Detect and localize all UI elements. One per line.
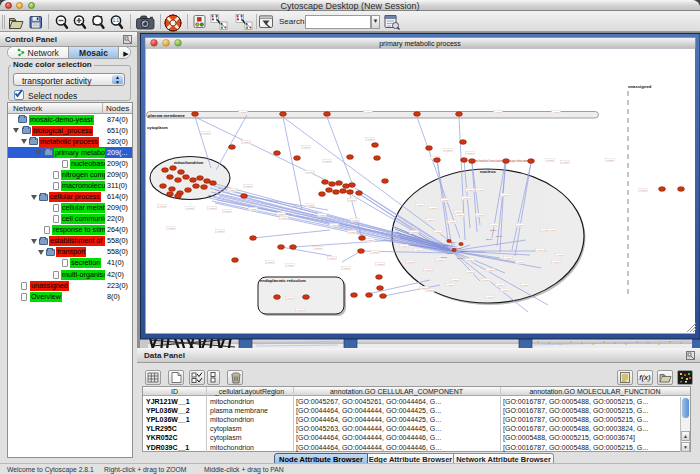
svg-text:Yxx00x: Yxx00x: [296, 309, 304, 311]
svg-text:Yxx00x: Yxx00x: [482, 279, 490, 281]
svg-text:mitochondrial-translation mito: mitochondrial-translation mito-large-rib…: [472, 159, 529, 163]
svg-text:Yxx00x: Yxx00x: [414, 249, 422, 251]
svg-text:Yxx00x: Yxx00x: [342, 267, 350, 269]
svg-text:Yxx00x: Yxx00x: [548, 229, 556, 231]
svg-text:Yxx00x: Yxx00x: [306, 171, 314, 173]
svg-text:Yxx00x: Yxx00x: [371, 251, 379, 253]
svg-text:Yxx00x: Yxx00x: [429, 207, 437, 209]
svg-text:Yxx00x: Yxx00x: [454, 211, 462, 213]
svg-text:Yxx00x: Yxx00x: [444, 149, 452, 151]
svg-text:Rpl0x: Rpl0x: [461, 250, 468, 253]
svg-text:Yxx00x: Yxx00x: [208, 207, 216, 209]
svg-text:Yxx00x: Yxx00x: [286, 297, 294, 299]
svg-text:Yxx00x: Yxx00x: [280, 217, 288, 219]
svg-text:Rpl0x: Rpl0x: [441, 256, 448, 259]
svg-text:nucleus: nucleus: [480, 169, 496, 174]
svg-text:Yxx00x: Yxx00x: [486, 269, 494, 271]
svg-text:Yxx00x: Yxx00x: [376, 263, 384, 265]
svg-text:Yxx00x: Yxx00x: [216, 230, 224, 232]
svg-text:Yxx00x: Yxx00x: [552, 261, 560, 263]
svg-text:Yxx00x: Yxx00x: [186, 207, 194, 209]
svg-text:Yxx00x: Yxx00x: [466, 189, 474, 191]
svg-text:Yxx00x: Yxx00x: [366, 239, 374, 241]
svg-text:Yxx00x: Yxx00x: [228, 189, 236, 191]
svg-text:Yxx00x: Yxx00x: [244, 185, 252, 187]
svg-text:Yxx00x: Yxx00x: [167, 227, 175, 229]
svg-text:Yxx00x: Yxx00x: [466, 152, 474, 154]
svg-text:Yxx00x: Yxx00x: [328, 257, 336, 259]
svg-text:Yxx00x: Yxx00x: [351, 219, 359, 221]
svg-text:Yxx00x: Yxx00x: [323, 160, 331, 162]
svg-text:Yxx00x: Yxx00x: [330, 224, 338, 226]
svg-text:Yxx00x: Yxx00x: [348, 199, 356, 201]
svg-text:Yxx00x: Yxx00x: [434, 231, 442, 233]
svg-text:Yxx00x: Yxx00x: [446, 284, 454, 286]
svg-text:primary metabolic process: primary metabolic process: [379, 40, 461, 48]
svg-text:Yxx00x: Yxx00x: [501, 194, 509, 196]
svg-text:Yxx00x: Yxx00x: [504, 257, 512, 259]
svg-text:Yxx00x: Yxx00x: [490, 224, 498, 226]
svg-text:Yxx00x: Yxx00x: [441, 199, 449, 201]
svg-text:1:1: 1:1: [113, 18, 120, 23]
svg-text:Yxx00x: Yxx00x: [462, 197, 470, 199]
svg-text:Yxx00x: Yxx00x: [242, 141, 250, 143]
svg-text:cytoplasm: cytoplasm: [147, 125, 168, 130]
svg-text:Rpl0x: Rpl0x: [447, 252, 454, 255]
svg-text:Yxx00x: Yxx00x: [448, 221, 456, 223]
svg-text:Yxx00x: Yxx00x: [426, 219, 434, 221]
svg-text:Yxx00x: Yxx00x: [552, 111, 560, 113]
svg-text:Yxx00x: Yxx00x: [202, 132, 210, 134]
svg-text:Yxx00x: Yxx00x: [476, 214, 484, 216]
svg-text:Rpl0x: Rpl0x: [443, 244, 450, 247]
svg-text:Yxx00x: Yxx00x: [606, 159, 614, 161]
svg-text:Yxx00x: Yxx00x: [410, 231, 418, 233]
svg-text:Rpl0x: Rpl0x: [486, 238, 493, 241]
svg-text:Yxx00x: Yxx00x: [451, 279, 459, 281]
svg-text:Yxx00x: Yxx00x: [302, 146, 310, 148]
svg-text:Yxx00x: Yxx00x: [424, 269, 432, 271]
svg-text:Rpl0x: Rpl0x: [490, 229, 497, 232]
svg-text:Yxx00x: Yxx00x: [420, 287, 428, 289]
svg-text:Yxx00x: Yxx00x: [494, 111, 502, 113]
svg-text:Yxx00x: Yxx00x: [239, 111, 247, 113]
svg-text:Yxx00x: Yxx00x: [364, 111, 372, 113]
svg-text:Yxx00x: Yxx00x: [249, 208, 257, 210]
svg-text:Yxx00x: Yxx00x: [561, 161, 569, 163]
svg-text:Yxx00x: Yxx00x: [546, 159, 554, 161]
svg-text:Yxx00x: Yxx00x: [366, 138, 374, 140]
svg-text:Yxx00x: Yxx00x: [501, 289, 509, 291]
svg-text:Yxx00x: Yxx00x: [318, 214, 326, 216]
svg-text:Yxx00x: Yxx00x: [466, 271, 474, 273]
svg-text:Yxx00x: Yxx00x: [456, 214, 464, 216]
svg-text:Yxx00x: Yxx00x: [476, 189, 484, 191]
svg-text:Yxx00x: Yxx00x: [348, 231, 356, 233]
svg-text:unassigned: unassigned: [628, 84, 652, 89]
svg-text:Yxx00x: Yxx00x: [486, 296, 494, 298]
svg-text:Yxx00x: Yxx00x: [516, 261, 524, 263]
svg-text:Yxx00x: Yxx00x: [158, 205, 166, 207]
svg-text:Yxx00x: Yxx00x: [406, 261, 414, 263]
svg-text:Yxx00x: Yxx00x: [521, 284, 529, 286]
svg-text:Yxx00x: Yxx00x: [400, 245, 408, 247]
svg-text:Yxx00x: Yxx00x: [277, 213, 285, 215]
svg-text:Yxx00x: Yxx00x: [306, 204, 314, 206]
svg-text:Rpl0x: Rpl0x: [457, 257, 464, 260]
svg-text:Yxx00x: Yxx00x: [436, 259, 444, 261]
svg-text:Yxx00x: Yxx00x: [314, 247, 322, 249]
svg-text:Yxx00x: Yxx00x: [266, 261, 274, 263]
svg-text:Yxx00x: Yxx00x: [286, 264, 294, 266]
svg-text:plasma membrane: plasma membrane: [148, 113, 185, 118]
svg-text:Yxx00x: Yxx00x: [496, 284, 504, 286]
svg-text:Yxx00x: Yxx00x: [416, 204, 424, 206]
svg-text:Yxx00x: Yxx00x: [223, 210, 231, 212]
svg-text:endoplasmic reticulum: endoplasmic reticulum: [260, 278, 306, 283]
svg-text:Yxx00x: Yxx00x: [516, 224, 524, 226]
svg-text:Rpl0x: Rpl0x: [496, 235, 503, 238]
svg-text:Yxx00x: Yxx00x: [536, 249, 544, 251]
svg-text:mitochondrion: mitochondrion: [174, 160, 204, 165]
svg-text:Yxx00x: Yxx00x: [466, 259, 474, 261]
svg-text:Yxx00x: Yxx00x: [639, 189, 647, 191]
svg-text:Yxx00x: Yxx00x: [556, 254, 564, 256]
